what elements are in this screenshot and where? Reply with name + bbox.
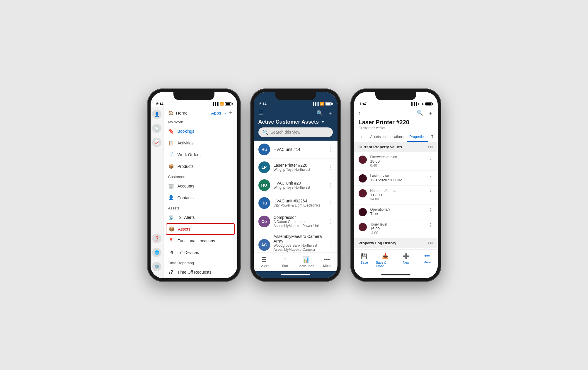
- detail-nav: ‹ 🔍 ＋: [359, 110, 433, 119]
- prop-dot-toner: [359, 223, 367, 231]
- tab-rs[interactable]: rs: [359, 132, 367, 142]
- tab-timeline[interactable]: Timeline: [428, 132, 433, 142]
- contacts-icon: 👤: [168, 195, 174, 201]
- asset-dots-3[interactable]: ⋮: [328, 182, 333, 188]
- save-label: Save: [361, 261, 368, 264]
- asset-dots-6[interactable]: ⋮: [328, 242, 333, 248]
- current-properties-dots[interactable]: •••: [428, 144, 433, 150]
- nav-bookings[interactable]: 🔖 Bookings: [163, 125, 237, 137]
- list-item[interactable]: AC AssemblyMaestro Camera Array Woodgrov…: [254, 231, 338, 252]
- save-icon: 💾: [361, 253, 367, 260]
- wifi-icon: 📶: [220, 102, 224, 106]
- sidebar-chart-icon[interactable]: 📈: [152, 138, 161, 147]
- asset-name-3: HVAC Unit #20: [274, 181, 324, 185]
- add-button-1[interactable]: +: [229, 110, 233, 116]
- asset-name-5: Compressor: [274, 215, 324, 220]
- hamburger-menu[interactable]: ☰: [258, 110, 264, 117]
- my-work-section: My Work: [163, 117, 237, 125]
- new-label: New: [403, 261, 409, 264]
- iot-alerts-icon: 📡: [168, 214, 174, 220]
- nav-iot-devices[interactable]: 🖥 IoT Devices: [163, 247, 237, 258]
- more-label-2: More: [323, 264, 330, 267]
- current-properties-label: Current Property Values: [359, 145, 402, 149]
- list-item[interactable]: Hu HVAC unit #02264 City Power & Light E…: [254, 194, 338, 212]
- sidebar-clock-icon[interactable]: 🕐: [152, 124, 161, 133]
- save-close-button[interactable]: 📥 Save & Close: [375, 252, 396, 269]
- home-bar-3: [381, 274, 410, 275]
- num-prints-menu[interactable]: ⋮: [428, 189, 433, 194]
- list-item[interactable]: Co Compressor A Datum Corporation Assemb…: [254, 212, 338, 231]
- num-prints-label: Number of prints: [370, 189, 425, 193]
- asset-dots-1[interactable]: ⋮: [328, 146, 333, 153]
- home-item[interactable]: 🏠 Home: [168, 110, 188, 115]
- apps-link[interactable]: Apps →: [211, 110, 226, 115]
- detail-header: ‹ 🔍 ＋ Laser Printer #220 Customer Asset …: [354, 107, 438, 142]
- nav-iot-alerts[interactable]: 📡 IoT Alerts: [163, 212, 237, 223]
- search-icon-2[interactable]: 🔍: [316, 110, 323, 116]
- asset-avatar-3: HU: [258, 179, 270, 191]
- prop-log-dots[interactable]: •••: [428, 241, 433, 246]
- asset-info-6: AssemblyMaestro Camera Array Woodgrove B…: [274, 234, 324, 252]
- nav-accounts[interactable]: 🏢 Accounts: [163, 180, 237, 192]
- nav-contacts[interactable]: 👤 Contacts: [163, 192, 237, 204]
- toner-menu[interactable]: ⋮: [428, 222, 433, 228]
- chart-button[interactable]: 📊 Show Chart: [296, 255, 317, 269]
- bookings-label: Bookings: [178, 129, 195, 134]
- tab-assets-locations[interactable]: Assets and Locations: [367, 132, 407, 142]
- sidebar-globe-icon[interactable]: 🌐: [152, 248, 161, 257]
- list-item[interactable]: LP Laser Printer #220 Wingtip Toys North…: [254, 158, 338, 176]
- work-orders-icon: 📄: [168, 152, 174, 158]
- nav-time-entries[interactable]: 📅 Time Entries: [163, 278, 237, 278]
- time-3: 1:47: [360, 102, 367, 106]
- asset-dots-2[interactable]: ⋮: [328, 164, 333, 170]
- nav-functional-locations[interactable]: 📍 Functional Locations: [163, 235, 237, 247]
- new-button[interactable]: ➕ New: [396, 252, 417, 269]
- detail-toolbar: 💾 Save 📥 Save & Close ➕ New ••• More: [354, 249, 438, 271]
- search-icon-3[interactable]: 🔍: [417, 110, 423, 117]
- asset-info-4: HVAC unit #02264 City Power & Light Elec…: [274, 199, 324, 207]
- more-button-2[interactable]: ••• More: [316, 255, 338, 269]
- last-service-menu[interactable]: ⋮: [428, 174, 433, 179]
- add-icon-2[interactable]: ＋: [328, 110, 333, 117]
- nav-work-orders[interactable]: 📄 Work Orders: [163, 149, 237, 161]
- list-item[interactable]: HU HVAC Unit #20 Wingtip Toys Northwest …: [254, 176, 338, 194]
- functional-locations-label: Functional Locations: [178, 238, 215, 243]
- products-icon: 📦: [168, 163, 174, 169]
- firmware-menu[interactable]: ⋮: [428, 155, 433, 161]
- prop-content-last-service: Last service 12/1/2020 5:00 PM: [370, 174, 425, 182]
- sidebar-settings-icon[interactable]: ⚙️: [152, 262, 161, 271]
- prop-content-firmware: Firmware version 18.60 0.40: [370, 155, 425, 168]
- back-button[interactable]: ‹: [359, 110, 361, 116]
- add-icon-3[interactable]: ＋: [428, 110, 433, 117]
- asset-avatar-5: Co: [258, 216, 270, 227]
- search-input[interactable]: [271, 130, 329, 134]
- nav-products[interactable]: 📦 Products: [163, 161, 237, 172]
- search-bar[interactable]: 🔍: [258, 127, 333, 137]
- asset-info-2: Laser Printer #220 Wingtip Toys Northwes…: [274, 163, 324, 172]
- nav-assets[interactable]: 📦 Assets: [166, 223, 235, 235]
- prop-dot-num-prints: [359, 189, 367, 197]
- nav-activities[interactable]: 📋 Activities: [163, 137, 237, 149]
- accounts-icon: 🏢: [168, 183, 174, 189]
- list-item[interactable]: Hu HVAC unit #14 ⋮: [254, 141, 338, 158]
- asset-info-5: Compressor A Datum Corporation AssemblyM…: [274, 215, 324, 228]
- asset-avatar-2: LP: [258, 161, 270, 173]
- tab-properties[interactable]: Properties: [407, 132, 429, 142]
- select-button[interactable]: ☰ Select: [254, 255, 275, 269]
- operational-menu[interactable]: ⋮: [428, 207, 433, 213]
- prop-log-header: Property Log History •••: [354, 238, 438, 248]
- activities-label: Activities: [178, 141, 194, 145]
- asset-dots-4[interactable]: ⋮: [328, 200, 333, 206]
- list-title-chevron[interactable]: ▼: [321, 120, 325, 124]
- status-icons-3: ▐▐▐ LTE: [410, 102, 432, 106]
- nav-time-off[interactable]: 🏖 Time Off Requests: [163, 266, 237, 278]
- sidebar-help-icon[interactable]: ❓: [152, 234, 161, 243]
- prop-dot-firmware: [359, 156, 367, 164]
- save-button[interactable]: 💾 Save: [354, 252, 375, 269]
- sort-button[interactable]: ↕ Sort: [275, 255, 296, 269]
- more-button-3[interactable]: ••• More: [417, 252, 438, 269]
- sidebar-person-icon[interactable]: 👤: [152, 110, 161, 119]
- list-toolbar: ☰ Select ↕ Sort 📊 Show Chart ••• More: [254, 252, 338, 271]
- asset-dots-5[interactable]: ⋮: [328, 218, 333, 225]
- num-prints-value2: 34.00: [370, 197, 425, 201]
